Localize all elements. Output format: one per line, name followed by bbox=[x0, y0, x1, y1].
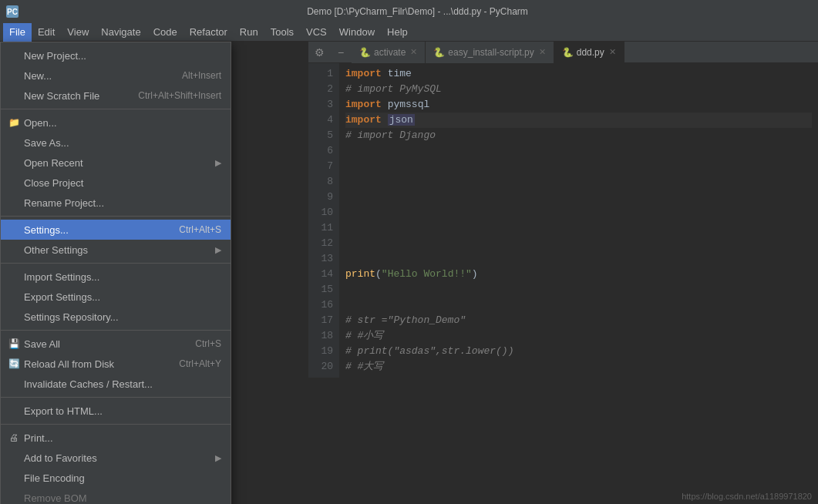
menu-print[interactable]: 🖨 Print... bbox=[1, 428, 231, 448]
menu-vcs[interactable]: VCS bbox=[300, 23, 333, 42]
menu-refactor[interactable]: Refactor bbox=[183, 23, 234, 42]
menu-edit[interactable]: Edit bbox=[32, 23, 61, 42]
title-bar: PC Demo [D:\PyCharm_Filr\Demo] - ...\ddd… bbox=[0, 0, 818, 23]
tab-ddd[interactable]: 🐍 ddd.py ✕ bbox=[554, 42, 624, 63]
menu-help[interactable]: Help bbox=[381, 23, 414, 42]
separator-2 bbox=[1, 216, 231, 217]
menu-open[interactable]: 📁 Open... bbox=[1, 113, 231, 133]
folder-icon: 📁 bbox=[7, 116, 21, 129]
code-line-6 bbox=[345, 143, 812, 159]
code-line-12 bbox=[345, 236, 812, 251]
menu-bar: File Edit View Navigate Code Refactor Ru… bbox=[0, 23, 818, 42]
code-line-15 bbox=[345, 282, 812, 297]
editor-container: ⚙ − 🐍 activate ✕ 🐍 easy_install-script.p… bbox=[308, 42, 818, 378]
code-line-19: # print("asdas",str.lower()) bbox=[345, 344, 812, 359]
tab-easy-install-close[interactable]: ✕ bbox=[539, 47, 546, 57]
code-area: 12345 678910 1112131415 1617181920 impor… bbox=[308, 63, 818, 378]
separator-4 bbox=[1, 330, 231, 331]
menu-new[interactable]: New... Alt+Insert bbox=[1, 66, 231, 86]
menu-view[interactable]: View bbox=[61, 23, 95, 42]
activate-icon: 🐍 bbox=[359, 47, 371, 58]
menu-other-settings[interactable]: Other Settings ▶ bbox=[1, 240, 231, 260]
code-line-5: # import Django bbox=[345, 128, 812, 143]
menu-new-project[interactable]: New Project... bbox=[1, 45, 231, 66]
menu-code[interactable]: Code bbox=[147, 23, 183, 42]
menu-navigate[interactable]: Navigate bbox=[95, 23, 146, 42]
easy-install-icon: 🐍 bbox=[433, 47, 445, 58]
code-line-14: print("Hello World!!") bbox=[345, 267, 812, 282]
tab-easy-install[interactable]: 🐍 easy_install-script.py ✕ bbox=[426, 42, 554, 63]
menu-export-settings[interactable]: Export Settings... bbox=[1, 287, 231, 307]
code-line-3: import pymssql bbox=[345, 97, 812, 113]
menu-remove-bom: Remove BOM bbox=[1, 488, 231, 504]
code-line-13 bbox=[345, 251, 812, 267]
other-settings-arrow: ▶ bbox=[215, 245, 221, 255]
code-line-1: import time bbox=[345, 66, 812, 82]
tab-ddd-close[interactable]: ✕ bbox=[609, 47, 616, 57]
code-line-8 bbox=[345, 174, 812, 190]
separator-6 bbox=[1, 424, 231, 425]
code-line-4: import json bbox=[345, 113, 812, 128]
ddd-icon: 🐍 bbox=[562, 47, 574, 58]
menu-save-all[interactable]: 💾 Save All Ctrl+S bbox=[1, 334, 231, 354]
tab-minimize-icon[interactable]: − bbox=[330, 42, 352, 63]
separator-5 bbox=[1, 397, 231, 398]
reload-icon: 🔄 bbox=[7, 357, 21, 371]
code-line-18: # #小写 bbox=[345, 328, 812, 344]
menu-settings[interactable]: Settings... Ctrl+Alt+S bbox=[1, 220, 231, 240]
save-icon: 💾 bbox=[7, 337, 21, 351]
file-dropdown: New Project... New... Alt+Insert New Scr… bbox=[0, 42, 231, 504]
menu-import-settings[interactable]: Import Settings... bbox=[1, 267, 231, 287]
menu-new-scratch[interactable]: New Scratch File Ctrl+Alt+Shift+Insert bbox=[1, 86, 231, 106]
menu-window[interactable]: Window bbox=[333, 23, 381, 42]
code-line-9 bbox=[345, 190, 812, 205]
menu-tools[interactable]: Tools bbox=[264, 23, 300, 42]
menu-export-html[interactable]: Export to HTML... bbox=[1, 401, 231, 421]
tab-easy-install-label: easy_install-script.py bbox=[448, 47, 534, 58]
menu-file[interactable]: File bbox=[3, 23, 32, 42]
menu-rename-project[interactable]: Rename Project... bbox=[1, 193, 231, 213]
editor-tabs: ⚙ − 🐍 activate ✕ 🐍 easy_install-script.p… bbox=[308, 42, 818, 63]
code-line-2: # import PyMySQL bbox=[345, 82, 812, 97]
menu-close-project[interactable]: Close Project bbox=[1, 173, 231, 193]
code-line-10 bbox=[345, 205, 812, 220]
code-line-11 bbox=[345, 220, 812, 236]
menu-save-as[interactable]: Save As... bbox=[1, 133, 231, 153]
favorites-arrow: ▶ bbox=[215, 453, 221, 463]
window-title: Demo [D:\PyCharm_Filr\Demo] - ...\ddd.py… bbox=[23, 6, 812, 17]
separator-1 bbox=[1, 109, 231, 109]
print-icon: 🖨 bbox=[7, 431, 21, 445]
code-content[interactable]: import time # import PyMySQL import pyms… bbox=[339, 63, 818, 378]
submenu-arrow: ▶ bbox=[215, 158, 221, 168]
menu-reload[interactable]: 🔄 Reload All from Disk Ctrl+Alt+Y bbox=[1, 354, 231, 374]
code-line-20: # #大写 bbox=[345, 359, 812, 375]
watermark: https://blog.csdn.net/a1189971820 bbox=[682, 492, 812, 501]
tab-gear-icon[interactable]: ⚙ bbox=[308, 42, 330, 63]
menu-run[interactable]: Run bbox=[234, 23, 264, 42]
menu-add-favorites[interactable]: Add to Favorites ▶ bbox=[1, 448, 231, 468]
tab-activate-close[interactable]: ✕ bbox=[410, 47, 417, 57]
tab-activate[interactable]: 🐍 activate ✕ bbox=[352, 42, 426, 63]
dropdown-menu: New Project... New... Alt+Insert New Scr… bbox=[0, 42, 231, 504]
tab-activate-label: activate bbox=[374, 47, 406, 58]
line-numbers: 12345 678910 1112131415 1617181920 bbox=[308, 63, 339, 378]
code-line-16 bbox=[345, 297, 812, 313]
code-line-7 bbox=[345, 159, 812, 174]
tab-ddd-label: ddd.py bbox=[577, 47, 604, 58]
menu-file-encoding[interactable]: File Encoding bbox=[1, 468, 231, 488]
menu-open-recent[interactable]: Open Recent ▶ bbox=[1, 153, 231, 173]
app-icon: PC bbox=[6, 5, 19, 18]
separator-3 bbox=[1, 263, 231, 264]
menu-invalidate[interactable]: Invalidate Caches / Restart... bbox=[1, 374, 231, 394]
code-line-17: # str ="Python_Demo" bbox=[345, 313, 812, 328]
menu-settings-repo[interactable]: Settings Repository... bbox=[1, 307, 231, 327]
